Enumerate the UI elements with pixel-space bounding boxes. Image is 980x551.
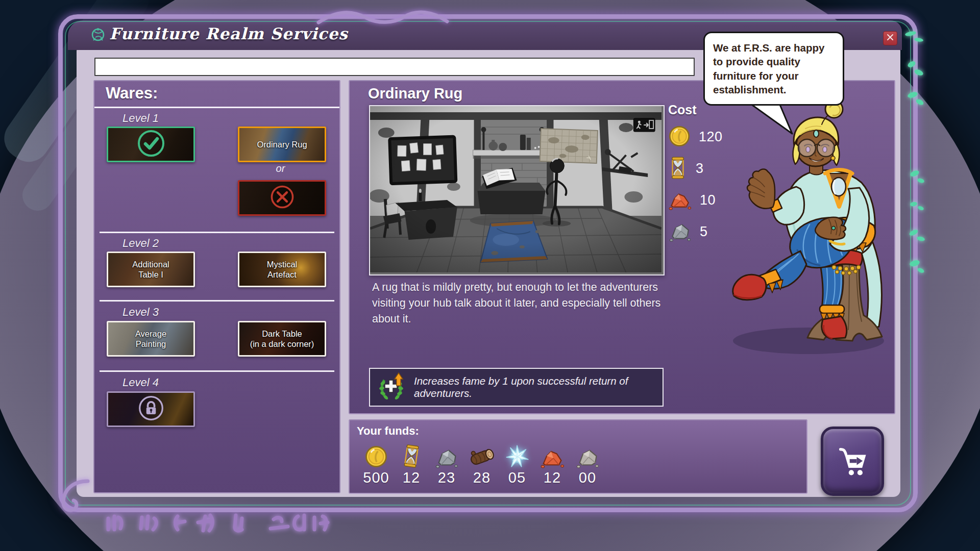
effect-box: Increases fame by 1 upon successful retu…: [369, 368, 664, 407]
hourglass-icon: [668, 156, 688, 182]
fame-icon: [378, 372, 405, 403]
red-ore-icon: [536, 443, 569, 468]
level-3-label: Level 3: [122, 306, 159, 319]
coin-icon: [360, 443, 393, 468]
ware-label: Additional Table I: [129, 259, 172, 280]
speech-bubble-tail: [741, 100, 797, 139]
fund-item-red-ore: 12: [536, 443, 569, 486]
ice-crystal-icon: [501, 443, 533, 468]
divider: [100, 232, 334, 233]
fund-item-stone: 23: [430, 443, 463, 486]
fund-value: 23: [430, 469, 463, 486]
fund-value: 00: [571, 469, 604, 486]
cart-icon: [835, 443, 870, 480]
cost-value: 5: [700, 224, 708, 240]
funds-panel: Your funds: 500 12 23: [349, 419, 807, 494]
ware-tile-unavailable[interactable]: [238, 180, 326, 216]
check-icon: [137, 129, 165, 160]
close-button[interactable]: [883, 31, 897, 45]
wares-heading: Wares:: [106, 84, 158, 103]
effect-text: Increases fame by 1 upon successful retu…: [414, 375, 654, 399]
item-title: Ordinary Rug: [368, 85, 462, 102]
wood-log-icon: [465, 443, 498, 468]
ware-label: Average Painting: [132, 329, 169, 349]
funds-heading: Your funds:: [357, 424, 419, 438]
cost-value: 3: [696, 161, 704, 177]
fund-item-time: 12: [395, 443, 428, 486]
stone-icon: [430, 443, 463, 468]
fund-item-wood: 28: [465, 443, 498, 486]
fund-item-rock: 00: [571, 443, 604, 486]
fund-value: 12: [536, 469, 569, 486]
level-4-label: Level 4: [122, 376, 159, 389]
funds-row: 500 12 23 28: [360, 443, 604, 486]
divider: [100, 300, 334, 302]
shop-rune-icon: [90, 27, 106, 45]
level-2-label: Level 2: [122, 237, 159, 250]
furniture-shop-screen: Furniture Realm Services Wares: Level 1 …: [0, 0, 980, 551]
ware-label: Dark Table (in a dark corner): [247, 329, 317, 349]
coin-icon: [668, 125, 691, 149]
item-preview-image: [369, 105, 665, 276]
fund-value: 12: [395, 469, 428, 486]
hourglass-icon: [395, 443, 428, 468]
ware-tile-additional-table[interactable]: Additional Table I: [107, 252, 195, 287]
cost-value: 10: [700, 192, 716, 208]
fund-item-crystal: 05: [501, 443, 533, 486]
stone-icon: [668, 220, 692, 244]
divider: [94, 107, 339, 108]
ware-label: Mystical Artefact: [264, 259, 301, 280]
message-input[interactable]: [94, 58, 695, 76]
speech-bubble: We at F.R.S. are happy to provide qualit…: [703, 32, 844, 106]
window-title: Furniture Realm Services: [109, 24, 348, 43]
buy-button[interactable]: [821, 427, 884, 496]
ware-tile-ordinary-rug[interactable]: Ordinary Rug: [238, 127, 326, 162]
ware-tile-locked[interactable]: [107, 391, 195, 427]
level-1-label: Level 1: [122, 112, 159, 125]
fund-value: 05: [501, 469, 533, 486]
ware-tile-mystical-artefact[interactable]: Mystical Artefact: [238, 252, 326, 287]
or-label: or: [238, 163, 323, 174]
lock-icon: [138, 395, 164, 423]
fund-item-gold: 500: [360, 443, 393, 486]
rock-icon: [571, 443, 604, 468]
item-description: A rug that is mildly pretty, but enough …: [372, 280, 674, 327]
ware-label: Ordinary Rug: [254, 139, 310, 149]
speech-text: We at F.R.S. are happy to provide qualit…: [713, 42, 824, 95]
fund-value: 500: [360, 469, 393, 486]
ware-tile-dark-table[interactable]: Dark Table (in a dark corner): [238, 321, 326, 357]
red-ore-icon: [668, 189, 692, 212]
divider: [100, 370, 334, 372]
ware-tile-owned[interactable]: [107, 127, 195, 162]
x-icon: [886, 33, 894, 43]
x-icon: [270, 184, 295, 212]
wares-panel: Wares: Level 1 Ordinary Rug or L: [93, 80, 340, 493]
ware-tile-average-painting[interactable]: Average Painting: [107, 321, 195, 357]
fund-value: 28: [465, 469, 498, 486]
